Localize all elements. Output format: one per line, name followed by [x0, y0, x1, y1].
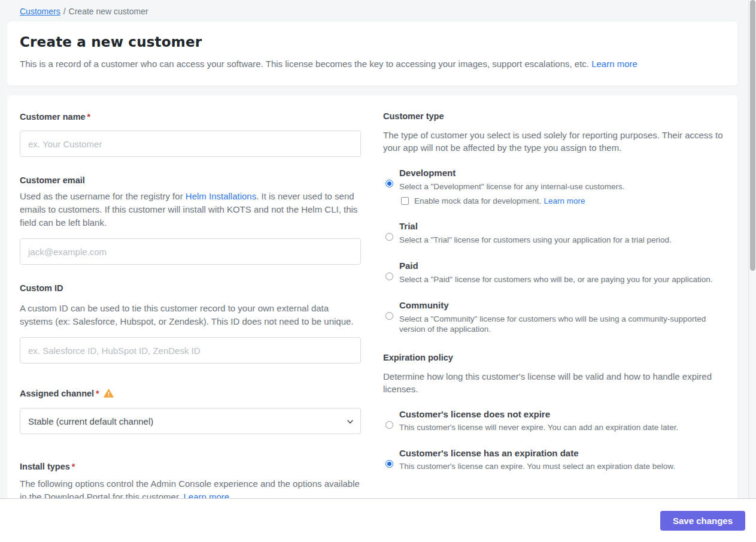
customer-form-card: Customer name* Customer email Used as th…	[7, 95, 737, 542]
breadcrumb-separator: /	[63, 7, 66, 16]
custom-id-label: Custom ID	[20, 283, 361, 294]
helm-installations-link[interactable]: Helm Installations	[186, 191, 256, 201]
radio-development[interactable]	[385, 180, 393, 187]
customer-email-help: Used as the username for the registry fo…	[20, 190, 361, 229]
mock-data-learn-more-link[interactable]: Learn more	[544, 196, 585, 205]
customer-type-heading: Customer type	[383, 111, 725, 121]
expiration-option-no-expire: Customer's license does not expire This …	[383, 408, 725, 432]
customer-type-option-community: Community Select a "Community" license f…	[383, 299, 725, 334]
page-description-text: This is a record of a customer who can a…	[20, 59, 589, 69]
radio-trial[interactable]	[385, 233, 393, 241]
custom-id-field: Custom ID A custom ID can be used to tie…	[20, 283, 361, 364]
customer-type-options: Development Select a "Development" licen…	[383, 167, 725, 334]
customer-email-label: Customer email	[20, 175, 361, 186]
page-header-card: Create a new customer This is a record o…	[7, 22, 737, 86]
mock-data-checkbox-label: Enable mock data for development.	[414, 196, 541, 205]
mock-data-checkbox[interactable]	[401, 197, 409, 205]
option-title: Community	[399, 299, 725, 311]
warning-triangle-icon	[104, 389, 114, 401]
radio-community[interactable]	[385, 312, 393, 320]
breadcrumb-link-customers[interactable]: Customers	[20, 7, 60, 16]
customer-type-option-trial: Trial Select a "Trial" license for custo…	[383, 220, 725, 245]
customer-type-description: The type of customer you select is used …	[383, 129, 725, 154]
required-asterisk: *	[87, 112, 91, 122]
customer-name-input[interactable]	[20, 131, 361, 157]
option-title: Customer's license has an expiration dat…	[399, 447, 725, 459]
expiration-policy-options: Customer's license does not expire This …	[383, 408, 725, 471]
customer-email-help-before: Used as the username for the registry fo…	[20, 191, 186, 201]
option-description: Select a "Paid" license for customers wh…	[399, 274, 725, 284]
assigned-channel-select-wrap: Stable (current default channel)	[20, 408, 361, 434]
option-description: Select a "Trial" license for customers u…	[399, 235, 725, 245]
expiration-policy-heading: Expiration policy	[383, 353, 725, 362]
expiration-policy-description: Determine how long this customer's licen…	[383, 370, 725, 395]
save-changes-button[interactable]: Save changes	[660, 511, 745, 531]
radio-license-has-expiration[interactable]	[385, 460, 393, 468]
expiration-option-has-expiration: Customer's license has an expiration dat…	[383, 447, 725, 471]
option-title: Customer's license does not expire	[399, 408, 725, 420]
option-title: Development	[399, 167, 725, 178]
assigned-channel-select[interactable]: Stable (current default channel)	[20, 408, 361, 434]
form-footer-bar: Save changes	[0, 498, 756, 542]
option-title: Paid	[399, 260, 725, 271]
customer-type-option-development: Development Select a "Development" licen…	[383, 167, 725, 205]
mock-data-checkbox-row: Enable mock data for development. Learn …	[399, 196, 725, 205]
option-title: Trial	[399, 220, 725, 232]
install-types-field: Install types* The following options con…	[20, 461, 361, 504]
customer-email-input[interactable]	[20, 238, 361, 265]
customer-email-field: Customer email Used as the username for …	[20, 175, 361, 265]
radio-paid[interactable]	[385, 272, 393, 280]
option-description: This customer's license can expire. You …	[399, 461, 725, 471]
expiration-policy-section: Expiration policy Determine how long thi…	[383, 353, 725, 471]
install-types-label: Install types*	[20, 461, 361, 473]
customer-name-field: Customer name*	[20, 111, 361, 157]
page-description: This is a record of a customer who can a…	[20, 57, 725, 70]
assigned-channel-label: Assigned channel*	[20, 388, 361, 401]
option-description: This customer's license will never expir…	[399, 422, 725, 432]
custom-id-input[interactable]	[20, 337, 361, 364]
customer-type-option-paid: Paid Select a "Paid" license for custome…	[383, 260, 725, 284]
customer-name-label: Customer name*	[20, 111, 361, 123]
breadcrumb-current: Create new customer	[69, 7, 148, 16]
required-asterisk: *	[96, 389, 99, 398]
page-scrollbar-thumb[interactable]	[750, 0, 755, 271]
breadcrumb: Customers/Create new customer	[0, 0, 756, 22]
form-left-column: Customer name* Customer email Used as th…	[20, 111, 361, 514]
radio-license-does-not-expire[interactable]	[385, 421, 393, 429]
form-right-column: Customer type The type of customer you s…	[383, 111, 725, 514]
required-asterisk: *	[72, 462, 75, 471]
option-description: Select a "Development" license for any i…	[399, 181, 725, 192]
custom-id-help: A custom ID can be used to tie this cust…	[20, 302, 361, 328]
option-description: Select a "Community" license for custome…	[399, 314, 725, 334]
page-scrollbar-track[interactable]	[748, 0, 756, 498]
header-learn-more-link[interactable]: Learn more	[591, 59, 637, 69]
page-title: Create a new customer	[20, 34, 725, 50]
assigned-channel-field: Assigned channel* Stable (current defaul…	[20, 388, 361, 434]
